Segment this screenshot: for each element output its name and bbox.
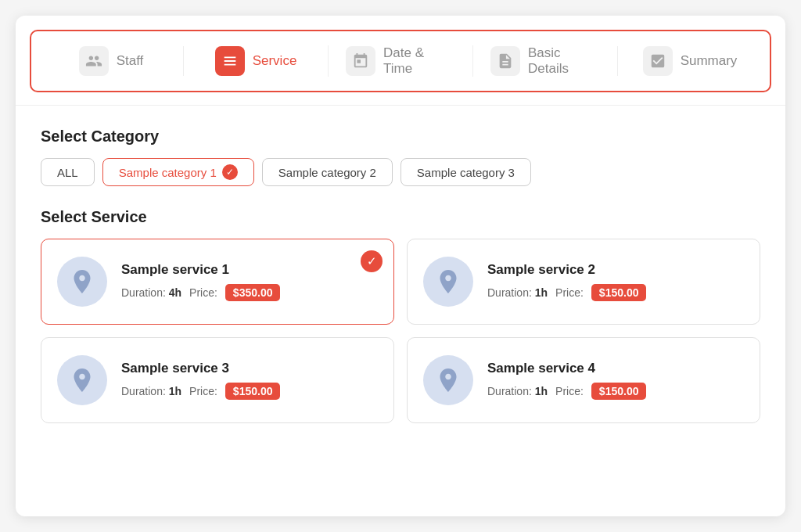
step-summary-label: Summary bbox=[681, 53, 738, 69]
staff-icon bbox=[79, 46, 109, 76]
selected-check-1: ✓ bbox=[361, 250, 383, 272]
service-name-1: Sample service 1 bbox=[121, 262, 378, 278]
stepper: Staff Service Date & Time Basic Details bbox=[30, 30, 771, 92]
price-badge-3: $150.00 bbox=[225, 383, 281, 400]
price-label-2: Price: bbox=[555, 286, 584, 299]
filter-cat1-check: ✓ bbox=[222, 164, 238, 180]
service-info-2: Sample service 2 Duration: 1h Price: $15… bbox=[487, 262, 744, 301]
filter-all-label: ALL bbox=[57, 166, 78, 179]
checklist-icon bbox=[643, 46, 673, 76]
select-service-section: Select Service Sample service 1 Duration… bbox=[41, 208, 760, 423]
service-name-2: Sample service 2 bbox=[487, 262, 744, 278]
step-staff-label: Staff bbox=[117, 53, 144, 69]
service-card-4[interactable]: Sample service 4 Duration: 1h Price: $15… bbox=[407, 337, 760, 423]
filter-cat1-label: Sample category 1 bbox=[119, 166, 217, 179]
service-card-2[interactable]: Sample service 2 Duration: 1h Price: $15… bbox=[407, 239, 760, 325]
filter-cat1[interactable]: Sample category 1 ✓ bbox=[102, 158, 254, 186]
main-content: Select Category ALL Sample category 1 ✓ … bbox=[16, 106, 785, 442]
service-name-4: Sample service 4 bbox=[487, 361, 744, 376]
step-basic-details-label: Basic Details bbox=[528, 45, 600, 77]
duration-label-1: Duration: 4h bbox=[121, 286, 181, 299]
service-meta-1: Duration: 4h Price: $350.00 bbox=[121, 284, 378, 301]
service-name-3: Sample service 3 bbox=[121, 361, 378, 376]
filter-cat3[interactable]: Sample category 3 bbox=[400, 158, 531, 186]
duration-label-4: Duration: 1h bbox=[487, 385, 548, 397]
page-container: Staff Service Date & Time Basic Details bbox=[16, 16, 785, 516]
service-icon bbox=[215, 46, 245, 76]
service-avatar-3 bbox=[57, 355, 107, 405]
duration-label-3: Duration: 1h bbox=[121, 385, 181, 397]
service-info-4: Sample service 4 Duration: 1h Price: $15… bbox=[487, 361, 744, 400]
step-service[interactable]: Service bbox=[183, 46, 328, 76]
filter-cat2[interactable]: Sample category 2 bbox=[262, 158, 393, 186]
service-meta-4: Duration: 1h Price: $150.00 bbox=[487, 383, 744, 400]
step-datetime[interactable]: Date & Time bbox=[328, 45, 472, 77]
price-label-1: Price: bbox=[189, 286, 217, 299]
step-service-label: Service bbox=[253, 53, 297, 69]
select-category-section: Select Category ALL Sample category 1 ✓ … bbox=[41, 128, 760, 186]
step-datetime-label: Date & Time bbox=[383, 45, 455, 77]
price-badge-4: $150.00 bbox=[591, 383, 647, 400]
filter-cat2-label: Sample category 2 bbox=[278, 166, 376, 179]
duration-label-2: Duration: 1h bbox=[487, 286, 548, 299]
form-icon bbox=[490, 46, 520, 76]
step-staff[interactable]: Staff bbox=[39, 46, 183, 76]
calendar-icon bbox=[346, 46, 375, 76]
service-avatar-4 bbox=[423, 355, 473, 405]
step-basic-details[interactable]: Basic Details bbox=[472, 45, 617, 77]
service-meta-2: Duration: 1h Price: $150.00 bbox=[487, 284, 744, 301]
service-avatar-2 bbox=[423, 257, 473, 307]
price-badge-1: $350.00 bbox=[225, 284, 281, 301]
service-avatar-1 bbox=[57, 257, 107, 307]
filter-all[interactable]: ALL bbox=[41, 158, 95, 186]
select-category-title: Select Category bbox=[41, 128, 760, 146]
price-label-3: Price: bbox=[189, 385, 217, 397]
step-summary[interactable]: Summary bbox=[617, 46, 762, 76]
price-label-4: Price: bbox=[555, 385, 584, 397]
service-info-1: Sample service 1 Duration: 4h Price: $35… bbox=[121, 262, 378, 301]
category-filters: ALL Sample category 1 ✓ Sample category … bbox=[41, 158, 760, 186]
select-service-title: Select Service bbox=[41, 208, 760, 226]
service-meta-3: Duration: 1h Price: $150.00 bbox=[121, 383, 378, 400]
service-card-1[interactable]: Sample service 1 Duration: 4h Price: $35… bbox=[41, 239, 394, 325]
service-info-3: Sample service 3 Duration: 1h Price: $15… bbox=[121, 361, 378, 400]
price-badge-2: $150.00 bbox=[591, 284, 647, 301]
filter-cat3-label: Sample category 3 bbox=[417, 166, 515, 179]
service-card-3[interactable]: Sample service 3 Duration: 1h Price: $15… bbox=[41, 337, 394, 423]
services-grid: Sample service 1 Duration: 4h Price: $35… bbox=[41, 239, 760, 423]
